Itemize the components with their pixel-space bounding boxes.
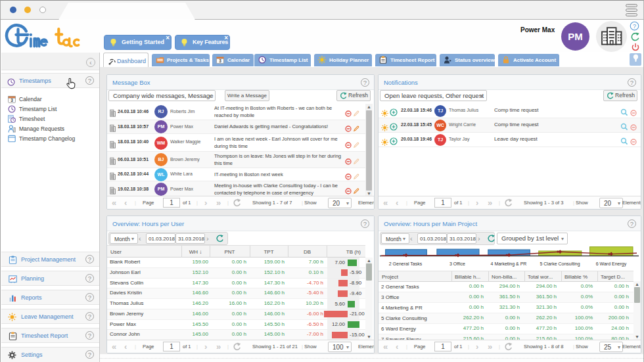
svg-text:3: 3 [11, 98, 13, 102]
svg-text:3: 3 [219, 58, 221, 63]
svg-text:?: ? [633, 23, 636, 30]
